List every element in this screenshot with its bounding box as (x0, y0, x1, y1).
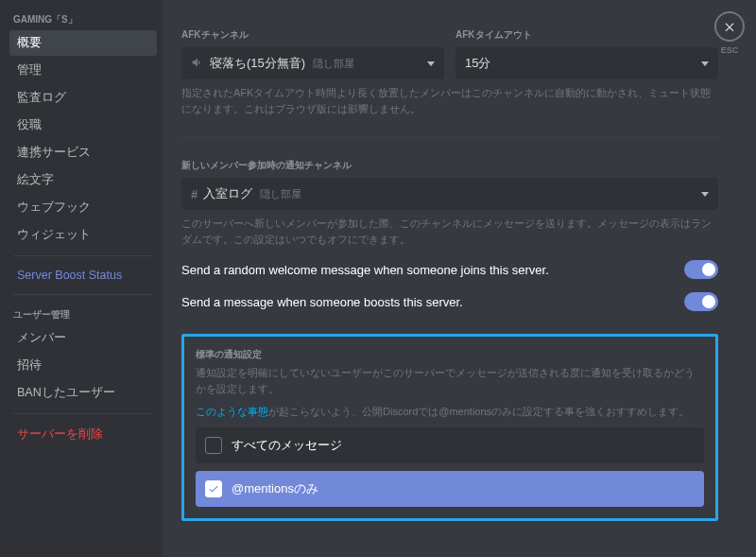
afk-channel-value: 寝落ち(15分無音) (210, 55, 305, 72)
sidebar-item-integrations[interactable]: 連携サービス (9, 140, 157, 165)
sidebar-item-roles[interactable]: 役職 (9, 113, 157, 138)
afk-channel-label: AFKチャンネル (181, 28, 444, 42)
boost-message-toggle[interactable] (684, 292, 718, 311)
sidebar-item-boost[interactable]: Server Boost Status (9, 264, 157, 287)
sidebar-item-emoji[interactable]: 絵文字 (9, 167, 157, 193)
sidebar-item-widget[interactable]: ウィジェット (9, 222, 157, 248)
speaker-icon (191, 56, 204, 72)
notification-option-all[interactable]: すべてのメッセージ (196, 427, 704, 463)
checkbox-unchecked (205, 437, 222, 454)
welcome-helper-text: このサーバーへ新しいメンバーが参加した際、このチャンネルにメッセージを送ります。… (181, 216, 718, 247)
sidebar-item-bans[interactable]: BANしたユーザー (9, 380, 157, 406)
notification-settings-box: 標準の通知設定 通知設定を明確にしていないユーザーがこのサーバーでメッセージが送… (181, 334, 718, 521)
afk-channel-select[interactable]: 寝落ち(15分無音) 隠し部屋 (181, 47, 444, 79)
sidebar-item-members[interactable]: メンバー (9, 325, 157, 351)
main-content: ESC AFKチャンネル 寝落ち(15分無音) 隠し部屋 AFKタイムアウト 1… (163, 0, 756, 557)
sidebar-divider (13, 255, 153, 256)
sidebar-divider (13, 294, 153, 295)
close-button[interactable]: ESC (714, 11, 745, 55)
sidebar-item-invites[interactable]: 招待 (9, 353, 157, 378)
option-mentions-label: @mentionsのみ (232, 480, 318, 497)
user-management-title: ユーザー管理 (13, 308, 157, 322)
option-all-label: すべてのメッセージ (232, 437, 342, 454)
checkbox-checked (205, 480, 222, 497)
welcome-channel-select[interactable]: # 入室ログ 隠し部屋 (181, 178, 718, 210)
notification-label: 標準の通知設定 (196, 348, 704, 361)
afk-channel-category: 隠し部屋 (313, 57, 354, 71)
afk-timeout-value: 15分 (465, 55, 490, 72)
sidebar-item-audit-log[interactable]: 監査ログ (9, 85, 157, 111)
afk-timeout-select[interactable]: 15分 (455, 47, 718, 79)
welcome-channel-label: 新しいメンバー参加時の通知チャンネル (181, 159, 718, 172)
hash-icon: # (191, 187, 198, 201)
notification-recommendation: このような事態が起こらないよう、公開Discordでは@mentionsのみに設… (196, 404, 704, 420)
notification-option-mentions[interactable]: @mentionsのみ (196, 471, 704, 507)
chevron-down-icon (701, 61, 709, 66)
chevron-down-icon (701, 192, 709, 197)
welcome-toggle-label: Send a random welcome message when someo… (181, 263, 549, 277)
esc-label: ESC (714, 45, 745, 55)
settings-sidebar: GAMING「S」 概要 管理 監査ログ 役職 連携サービス 絵文字 ウェブフッ… (0, 0, 163, 557)
recommendation-link[interactable]: このような事態 (196, 406, 268, 417)
sidebar-item-overview[interactable]: 概要 (9, 30, 157, 56)
welcome-channel-category: 隠し部屋 (260, 187, 301, 201)
boost-toggle-label: Send a message when someone boosts this … (181, 295, 463, 309)
server-name: GAMING「S」 (13, 13, 157, 26)
sidebar-item-delete-server[interactable]: サーバーを削除 (9, 422, 157, 447)
sidebar-divider (13, 413, 153, 414)
sidebar-item-moderation[interactable]: 管理 (9, 58, 157, 83)
section-divider (181, 137, 718, 138)
close-icon[interactable] (714, 11, 745, 42)
afk-helper-text: 指定されたAFKタイムアウト時間より長く放置したメンバーはこのチャンネルに自動的… (181, 85, 718, 116)
afk-timeout-label: AFKタイムアウト (455, 28, 718, 42)
welcome-message-toggle[interactable] (684, 260, 718, 279)
welcome-channel-value: 入室ログ (203, 185, 252, 202)
sidebar-item-webhooks[interactable]: ウェブフック (9, 195, 157, 220)
chevron-down-icon (427, 61, 435, 66)
notification-helper-text: 通知設定を明確にしていないユーザーがこのサーバーでメッセージが送信される度に通知… (196, 365, 704, 396)
